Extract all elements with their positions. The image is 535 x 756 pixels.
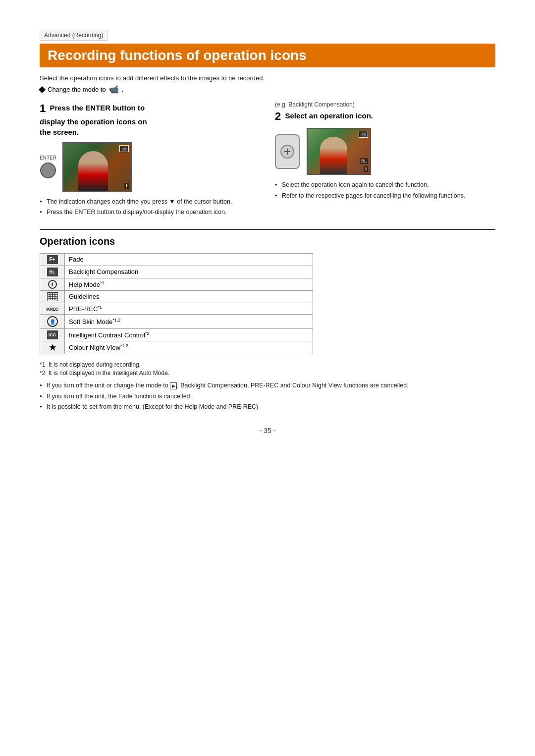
- icons-table: F+ Fade BL Backlight Compensation i Help…: [40, 253, 313, 354]
- icon-cell-soft: 👤: [40, 315, 65, 329]
- diamond-icon: [40, 87, 45, 92]
- remote-control-diagram: [275, 134, 300, 169]
- label-cell-guidelines: Guidelines: [65, 290, 313, 303]
- icon-cell-guidelines: [40, 290, 65, 303]
- label-cell-soft: Soft Skin Mode*1,2: [65, 315, 313, 329]
- screen2-bl-icon: BL: [360, 158, 368, 164]
- bottom-bullet-2: If you turn off the unit, the Fade funct…: [40, 392, 495, 401]
- screen2-info-icon: ℹ: [364, 166, 368, 172]
- breadcrumb: Advanced (Recording): [40, 30, 107, 41]
- remote-btn: [280, 145, 294, 159]
- footnote-2: *2 It is not displayed in the Intelligen…: [40, 370, 495, 377]
- table-row: ★ Colour Night View*1,2: [40, 341, 313, 354]
- step1-images: ENTER 📹 ℹ: [40, 142, 260, 192]
- label-cell-night: Colour Night View*1,2: [65, 341, 313, 354]
- step1-heading: 1 Press the ENTER button to display the …: [40, 101, 260, 137]
- icon-cell-bl: BL: [40, 266, 65, 278]
- step2-heading-text: Select an operation icon.: [285, 111, 373, 120]
- page-title: Recording functions of operation icons: [40, 44, 495, 67]
- label-cell-icc: Intelligent Contrast Control*2: [65, 329, 313, 341]
- step1-number: 1: [40, 102, 46, 114]
- step2-camera-screen: 📹 BL ℹ: [307, 128, 371, 175]
- table-row: BL Backlight Compensation: [40, 266, 313, 278]
- step2-number: 2: [275, 110, 281, 122]
- step2-images: 📹 BL ℹ: [275, 128, 495, 175]
- change-mode-text: Change the mode to: [48, 86, 106, 93]
- screen-bottom-icon: ℹ: [124, 183, 129, 189]
- screen-overlay-icon: 📹: [119, 145, 129, 152]
- table-row: i Help Mode*1: [40, 278, 313, 290]
- table-row: 👤 Soft Skin Mode*1,2: [40, 315, 313, 329]
- intro-text: Select the operation icons to add differ…: [40, 74, 495, 82]
- icon-cell-info: i: [40, 278, 65, 290]
- enter-label: ENTER: [40, 155, 56, 161]
- step2-heading: 2 Select an operation icon.: [275, 110, 495, 123]
- footnote-1: *1 It is not displayed during recording.: [40, 361, 495, 368]
- step2-bullets: Select the operation icon again to cance…: [275, 181, 495, 200]
- label-cell-fade: Fade: [65, 253, 313, 266]
- step2-bullet-1: Select the operation icon again to cance…: [275, 181, 495, 190]
- cross-icon: [283, 148, 291, 156]
- operation-icons-title: Operation icons: [40, 236, 495, 247]
- table-row: ICC Intelligent Contrast Control*2: [40, 329, 313, 341]
- footnotes: *1 It is not displayed during recording.…: [40, 361, 495, 377]
- label-cell-info: Help Mode*1: [65, 278, 313, 290]
- label-cell-bl: Backlight Compensation: [65, 266, 313, 278]
- bottom-bullet-1: If you turn off the unit or change the m…: [40, 381, 495, 390]
- section-divider: [40, 229, 495, 230]
- screen2-overlay-icon: 📹: [359, 131, 368, 138]
- icon-cell-night: ★: [40, 341, 65, 354]
- icon-cell-fade: F+: [40, 253, 65, 266]
- page-number: - 35 -: [40, 427, 495, 434]
- label-cell-prec: PRE-REC*1: [65, 303, 313, 314]
- bottom-bullet-3: It is possible to set from the menu. (Ex…: [40, 403, 495, 412]
- video-camera-icon: 📹: [109, 85, 119, 94]
- bottom-bullets: If you turn off the unit or change the m…: [40, 381, 495, 412]
- step1-bullet-1: The indication changes each time you pre…: [40, 198, 260, 207]
- change-mode-period: .: [122, 86, 124, 93]
- step1-bullets: The indication changes each time you pre…: [40, 198, 260, 217]
- step1-bullet-2: Press the ENTER button to display/not-di…: [40, 208, 260, 217]
- step1-camera-screen: 📹 ℹ: [62, 142, 132, 192]
- enter-button-diagram: ENTER: [40, 155, 56, 178]
- step2-bullet-2: Refer to the respective pages for cancel…: [275, 192, 495, 201]
- step1-heading-text: Press the ENTER button to display the op…: [40, 104, 147, 136]
- playback-icon: ▶: [170, 382, 177, 389]
- prec-text: P.REC: [47, 307, 58, 312]
- person-silhouette: [78, 151, 108, 191]
- table-row: F+ Fade: [40, 253, 313, 266]
- icon-cell-prec: P.REC: [40, 303, 65, 314]
- table-row: Guidelines: [40, 290, 313, 303]
- icon-cell-icc: ICC: [40, 329, 65, 341]
- person2-silhouette: [320, 137, 347, 174]
- step1-column: 1 Press the ENTER button to display the …: [40, 101, 260, 219]
- enter-button-circle: [40, 162, 56, 178]
- step2-column: (e.g. Backlight Compensation) 2 Select a…: [275, 101, 495, 219]
- step2-eg-text: (e.g. Backlight Compensation): [275, 101, 495, 108]
- table-row: P.REC PRE-REC*1: [40, 303, 313, 314]
- change-mode-line: Change the mode to 📹 .: [40, 85, 495, 94]
